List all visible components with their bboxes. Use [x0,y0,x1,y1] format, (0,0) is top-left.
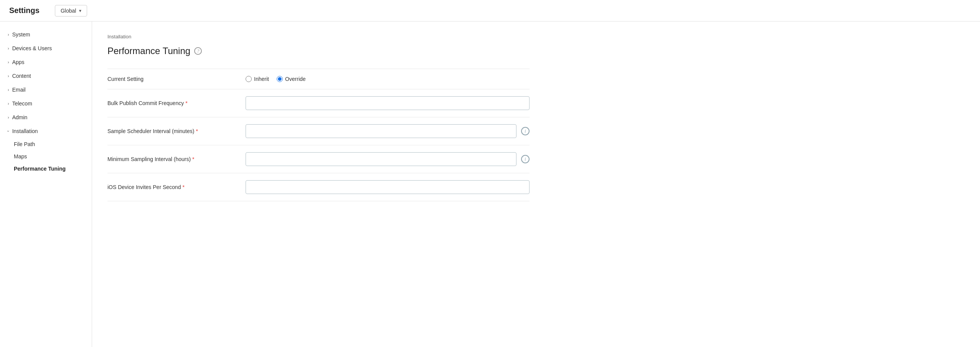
radio-override[interactable]: Override [277,76,306,82]
sidebar-item-label: Content [12,73,31,79]
setting-label-minimum-sampling: Minimum Sampling Interval (hours) * [107,156,238,162]
required-star: * [182,184,184,190]
sidebar-item-maps[interactable]: Maps [14,150,92,163]
setting-row-ios-invites: iOS Device Invites Per Second * [107,173,530,201]
arrow-icon: › [8,87,9,92]
sidebar-item-content[interactable]: › Content [0,69,92,83]
settings-section: Current Setting Inherit Override [107,69,530,201]
sidebar: › System › Devices & Users › Apps › Cont… [0,21,92,347]
radio-override-input[interactable] [277,76,283,82]
help-icon[interactable]: ? [194,47,202,55]
main-layout: › System › Devices & Users › Apps › Cont… [0,21,980,347]
header: Settings Global ▾ [0,0,980,21]
sidebar-item-label: Installation [12,128,38,134]
info-icon[interactable]: i [521,155,530,163]
sidebar-item-label: Email [12,87,26,93]
radio-inherit[interactable]: Inherit [246,76,269,82]
sidebar-item-performance-tuning[interactable]: Performance Tuning [14,163,92,175]
page-title: Settings [9,6,40,15]
setting-row-minimum-sampling: Minimum Sampling Interval (hours) * i [107,145,530,173]
minimum-sampling-input[interactable] [246,152,516,166]
sidebar-item-telecom[interactable]: › Telecom [0,97,92,110]
sidebar-installation-subnav: File Path Maps Performance Tuning [0,138,92,175]
sidebar-item-apps[interactable]: › Apps [0,55,92,69]
setting-row-bulk-publish: Bulk Publish Commit Frequency * [107,89,530,117]
main-content: Installation Performance Tuning ? Curren… [92,21,980,347]
setting-control-sample-scheduler: i [246,124,530,138]
setting-label-bulk-publish: Bulk Publish Commit Frequency * [107,100,238,106]
required-star: * [196,128,198,134]
radio-override-label: Override [285,76,306,82]
global-dropdown-label: Global [61,8,76,14]
required-star: * [185,100,187,106]
sidebar-item-installation[interactable]: › Installation [0,124,92,138]
arrow-icon: › [6,130,11,132]
arrow-icon: › [8,46,9,51]
info-icon[interactable]: i [521,127,530,135]
setting-control-bulk-publish [246,96,530,110]
sidebar-item-label: System [12,31,30,38]
sidebar-item-email[interactable]: › Email [0,83,92,97]
sidebar-item-devices-users[interactable]: › Devices & Users [0,41,92,55]
setting-label-current-setting: Current Setting [107,76,238,82]
sidebar-item-system[interactable]: › System [0,28,92,41]
sidebar-item-admin[interactable]: › Admin [0,110,92,124]
arrow-icon: › [8,74,9,78]
section-title: Performance Tuning ? [107,46,965,56]
sidebar-item-label: Admin [12,114,28,120]
setting-control-minimum-sampling: i [246,152,530,166]
arrow-icon: › [8,60,9,64]
arrow-icon: › [8,32,9,37]
setting-label-ios-invites: iOS Device Invites Per Second * [107,184,238,190]
radio-inherit-label: Inherit [254,76,269,82]
setting-row-current-setting: Current Setting Inherit Override [107,69,530,89]
arrow-icon: › [8,115,9,120]
setting-row-sample-scheduler: Sample Scheduler Interval (minutes) * i [107,117,530,145]
sidebar-item-label: Telecom [12,100,32,107]
setting-control-current-setting: Inherit Override [246,76,530,82]
global-dropdown[interactable]: Global ▾ [55,5,87,16]
setting-label-sample-scheduler: Sample Scheduler Interval (minutes) * [107,128,238,134]
section-title-text: Performance Tuning [107,46,190,56]
arrow-icon: › [8,101,9,106]
sidebar-item-label: Devices & Users [12,45,52,51]
setting-control-ios-invites [246,180,530,194]
breadcrumb: Installation [107,34,965,39]
required-star: * [192,156,194,162]
sidebar-item-label: Apps [12,59,25,65]
radio-group-current-setting: Inherit Override [246,76,306,82]
app-layout: Settings Global ▾ › System › Devices & U… [0,0,980,347]
ios-invites-input[interactable] [246,180,530,194]
sidebar-item-file-path[interactable]: File Path [14,138,92,150]
radio-inherit-input[interactable] [246,76,252,82]
bulk-publish-input[interactable] [246,96,530,110]
sample-scheduler-input[interactable] [246,124,516,138]
chevron-down-icon: ▾ [79,8,81,13]
